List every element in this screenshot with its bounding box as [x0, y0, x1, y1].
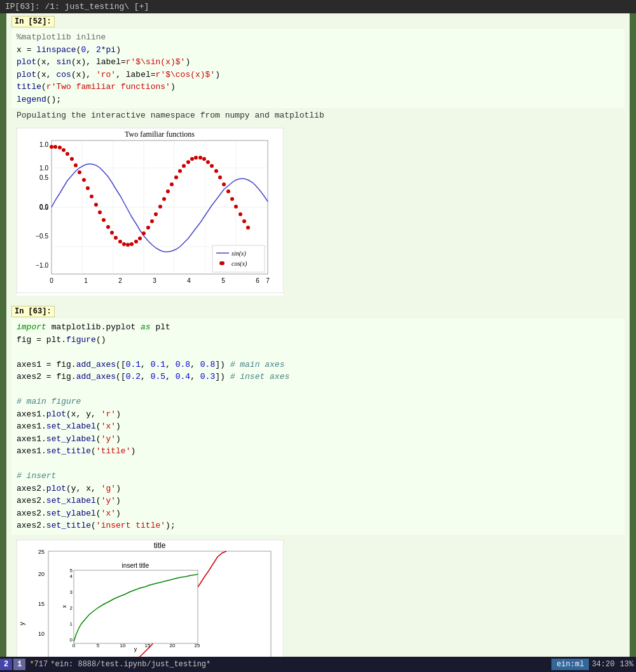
svg-point-49 [142, 231, 146, 235]
svg-text:7: 7 [266, 277, 270, 284]
svg-text:20: 20 [38, 571, 45, 577]
svg-point-51 [150, 219, 154, 223]
title-bar: IP[63]: /1: just_testing\ [+] [0, 0, 636, 13]
svg-point-50 [146, 226, 150, 230]
inset-xlabel: y [134, 646, 137, 652]
svg-point-56 [170, 182, 174, 186]
svg-text:15: 15 [38, 601, 45, 607]
svg-text:25: 25 [38, 549, 45, 555]
svg-point-69 [222, 182, 226, 186]
svg-point-48 [138, 237, 142, 240]
svg-text:−1.0: −1.0 [36, 262, 48, 269]
inset-box [74, 570, 198, 643]
plot2-svg: title y x 0 5 10 15 20 25 0 1 2 3 4 [17, 540, 284, 673]
status-num2: 1 [13, 659, 25, 670]
svg-text:10: 10 [120, 643, 126, 648]
svg-point-54 [162, 197, 166, 201]
svg-point-55 [166, 189, 170, 193]
svg-point-28 [58, 146, 62, 149]
svg-point-65 [206, 160, 210, 164]
svg-point-40 [106, 225, 110, 229]
plot1-container: Two familiar functions 1.0 0.5 [17, 128, 284, 296]
cell-63: In [63]: import matplotlib.pyplot as plt… [6, 303, 630, 672]
svg-point-45 [126, 243, 130, 247]
svg-point-44 [122, 242, 126, 246]
svg-point-46 [130, 242, 134, 246]
svg-text:0: 0 [50, 277, 53, 284]
svg-text:0.0: 0.0 [39, 203, 48, 210]
svg-point-30 [66, 152, 69, 156]
cell-52: In [52]: %matplotlib inline x = linspace… [6, 13, 630, 303]
svg-text:1.0: 1.0 [39, 165, 48, 172]
svg-point-58 [178, 169, 182, 173]
svg-text:1.0: 1.0 [39, 141, 48, 148]
legend-sin-label: sin(x) [232, 250, 246, 257]
svg-text:5: 5 [97, 643, 100, 648]
legend-cos-label: cos(x) [232, 260, 247, 268]
inset-ylabel: x [61, 605, 67, 608]
svg-point-67 [214, 169, 218, 173]
svg-text:15: 15 [145, 643, 151, 648]
status-mode: ein:ml [551, 659, 589, 670]
svg-text:3: 3 [153, 277, 156, 284]
svg-point-66 [210, 164, 214, 168]
svg-point-41 [110, 231, 114, 235]
svg-point-52 [154, 212, 158, 216]
svg-point-53 [158, 205, 162, 209]
svg-text:20: 20 [170, 643, 176, 648]
svg-point-39 [102, 218, 106, 222]
svg-point-62 [194, 156, 198, 160]
cell-63-code[interactable]: import matplotlib.pyplot as plt fig = pl… [11, 319, 625, 535]
plot1-title: Two familiar functions [125, 130, 195, 139]
svg-point-74 [242, 219, 246, 223]
plot1-svg: Two familiar functions 1.0 0.5 [17, 128, 284, 293]
plot2-title: title [154, 541, 166, 550]
plot2-container: title y x 0 5 10 15 20 25 0 1 2 3 4 [17, 540, 284, 673]
status-num1: 2 [0, 659, 12, 670]
svg-point-59 [182, 164, 186, 168]
status-modified: * [29, 660, 34, 669]
svg-point-33 [78, 170, 81, 174]
svg-point-64 [202, 157, 206, 161]
svg-text:0: 0 [73, 643, 76, 648]
svg-point-35 [86, 186, 90, 190]
svg-point-43 [118, 240, 122, 243]
svg-point-68 [218, 175, 222, 179]
svg-text:1: 1 [70, 621, 73, 627]
cell-63-label[interactable]: In [63]: [11, 306, 55, 317]
svg-point-70 [226, 189, 230, 193]
svg-point-32 [74, 163, 78, 167]
svg-text:0.5: 0.5 [39, 174, 48, 181]
svg-point-34 [82, 178, 86, 182]
svg-text:1: 1 [84, 277, 88, 284]
svg-point-71 [230, 197, 234, 201]
svg-point-57 [174, 175, 178, 179]
svg-text:5: 5 [221, 277, 225, 284]
svg-point-75 [246, 226, 250, 230]
svg-text:5: 5 [70, 568, 73, 573]
status-bar: 2 1 * 717 *ein: 8888/test.ipynb/just_tes… [0, 657, 636, 672]
svg-text:2: 2 [70, 605, 73, 611]
cell-52-label[interactable]: In [52]: [11, 16, 55, 27]
svg-text:2: 2 [118, 277, 122, 284]
status-filename: *ein: 8888/test.ipynb/just_testing* [50, 660, 549, 669]
svg-point-26 [50, 145, 53, 149]
svg-text:4: 4 [187, 277, 191, 284]
status-percent: 13% [619, 660, 633, 669]
svg-text:25: 25 [195, 643, 200, 648]
svg-point-27 [53, 145, 57, 149]
status-position: 34:20 [591, 660, 614, 669]
svg-text:−0.5: −0.5 [36, 233, 48, 240]
inset-title: insert title [122, 562, 149, 569]
svg-text:10: 10 [38, 631, 45, 637]
cell-52-output: Populating the interactive namespace fro… [11, 108, 625, 123]
svg-point-72 [234, 205, 238, 209]
svg-point-73 [238, 212, 242, 216]
cell-52-code[interactable]: %matplotlib inline x = linspace(0, 2*pi)… [11, 29, 625, 108]
svg-point-63 [198, 156, 202, 160]
svg-point-42 [114, 236, 118, 240]
svg-point-60 [186, 160, 190, 164]
notebook: In [52]: %matplotlib inline x = linspace… [6, 13, 630, 672]
svg-point-61 [190, 157, 194, 161]
title-text: IP[63]: /1: just_testing\ [+] [5, 2, 149, 11]
